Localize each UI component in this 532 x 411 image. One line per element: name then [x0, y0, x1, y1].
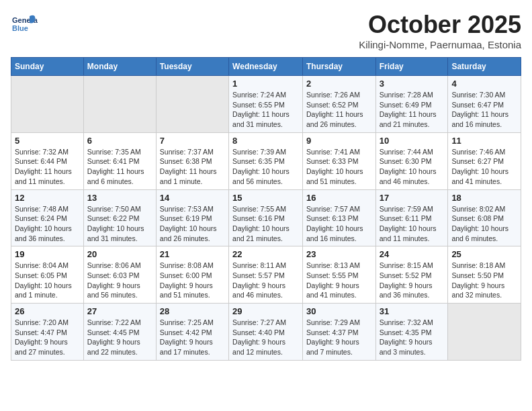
- calendar-cell: 2Sunrise: 7:26 AM Sunset: 6:52 PM Daylig…: [302, 76, 375, 133]
- calendar-cell: 4Sunrise: 7:30 AM Sunset: 6:47 PM Daylig…: [448, 76, 521, 133]
- day-info: Sunrise: 7:22 AM Sunset: 4:45 PM Dayligh…: [87, 318, 152, 357]
- day-number: 28: [160, 306, 225, 316]
- calendar-cell: 12Sunrise: 7:48 AM Sunset: 6:24 PM Dayli…: [11, 189, 84, 246]
- header: General Blue October 2025 Kilingi-Nomme,…: [11, 11, 521, 50]
- day-info: Sunrise: 7:28 AM Sunset: 6:49 PM Dayligh…: [380, 90, 445, 130]
- day-info: Sunrise: 8:06 AM Sunset: 6:03 PM Dayligh…: [87, 261, 152, 300]
- day-info: Sunrise: 7:44 AM Sunset: 6:30 PM Dayligh…: [380, 147, 445, 187]
- day-number: 15: [232, 193, 299, 203]
- logo-icon: General Blue: [11, 11, 38, 38]
- calendar-cell: 9Sunrise: 7:41 AM Sunset: 6:33 PM Daylig…: [302, 132, 375, 189]
- day-number: 24: [380, 249, 445, 259]
- day-info: Sunrise: 7:59 AM Sunset: 6:11 PM Dayligh…: [380, 204, 445, 244]
- day-info: Sunrise: 8:11 AM Sunset: 5:57 PM Dayligh…: [232, 261, 299, 300]
- day-number: 4: [451, 79, 517, 89]
- title-area: October 2025 Kilingi-Nomme, Paernumaa, E…: [359, 11, 521, 50]
- day-info: Sunrise: 7:32 AM Sunset: 6:44 PM Dayligh…: [15, 147, 80, 187]
- calendar-cell: 17Sunrise: 7:59 AM Sunset: 6:11 PM Dayli…: [375, 189, 448, 246]
- day-info: Sunrise: 7:26 AM Sunset: 6:52 PM Dayligh…: [306, 90, 372, 130]
- day-number: 13: [87, 193, 152, 203]
- calendar-cell: 23Sunrise: 8:13 AM Sunset: 5:55 PM Dayli…: [302, 246, 375, 304]
- day-info: Sunrise: 8:08 AM Sunset: 6:00 PM Dayligh…: [160, 261, 225, 300]
- day-info: Sunrise: 8:13 AM Sunset: 5:55 PM Dayligh…: [306, 261, 372, 300]
- day-info: Sunrise: 7:27 AM Sunset: 4:40 PM Dayligh…: [232, 318, 299, 357]
- day-info: Sunrise: 7:46 AM Sunset: 6:27 PM Dayligh…: [451, 147, 517, 187]
- day-info: Sunrise: 7:55 AM Sunset: 6:16 PM Dayligh…: [232, 204, 299, 244]
- day-info: Sunrise: 7:25 AM Sunset: 4:42 PM Dayligh…: [160, 318, 225, 357]
- calendar-cell: 18Sunrise: 8:02 AM Sunset: 6:08 PM Dayli…: [448, 189, 521, 246]
- weekday-header-friday: Friday: [375, 58, 448, 76]
- day-number: 30: [306, 306, 372, 316]
- month-title: October 2025: [359, 11, 521, 39]
- day-number: 27: [87, 306, 152, 316]
- day-number: 22: [232, 249, 299, 259]
- calendar-cell: 8Sunrise: 7:39 AM Sunset: 6:35 PM Daylig…: [229, 132, 303, 189]
- calendar-cell: [11, 76, 84, 133]
- calendar-cell: 26Sunrise: 7:20 AM Sunset: 4:47 PM Dayli…: [11, 304, 84, 361]
- calendar-cell: [448, 304, 521, 361]
- day-number: 25: [451, 249, 517, 259]
- weekday-header-tuesday: Tuesday: [156, 58, 228, 76]
- day-number: 19: [15, 249, 80, 259]
- day-number: 11: [451, 136, 517, 146]
- day-number: 14: [160, 193, 225, 203]
- day-number: 18: [451, 193, 517, 203]
- svg-text:Blue: Blue: [12, 24, 28, 32]
- weekday-header-sunday: Sunday: [11, 58, 84, 76]
- day-number: 17: [380, 193, 445, 203]
- day-number: 7: [160, 136, 225, 146]
- weekday-header-monday: Monday: [83, 58, 156, 76]
- calendar-table: SundayMondayTuesdayWednesdayThursdayFrid…: [11, 57, 521, 361]
- weekday-header-thursday: Thursday: [302, 58, 375, 76]
- calendar-cell: 3Sunrise: 7:28 AM Sunset: 6:49 PM Daylig…: [375, 76, 448, 133]
- calendar-cell: 24Sunrise: 8:15 AM Sunset: 5:52 PM Dayli…: [375, 246, 448, 304]
- day-number: 1: [232, 79, 299, 89]
- weekday-header-wednesday: Wednesday: [229, 58, 303, 76]
- day-info: Sunrise: 8:04 AM Sunset: 6:05 PM Dayligh…: [15, 261, 80, 300]
- calendar-cell: 29Sunrise: 7:27 AM Sunset: 4:40 PM Dayli…: [229, 304, 303, 361]
- calendar-cell: 7Sunrise: 7:37 AM Sunset: 6:38 PM Daylig…: [156, 132, 228, 189]
- day-info: Sunrise: 8:02 AM Sunset: 6:08 PM Dayligh…: [451, 204, 517, 244]
- calendar-cell: 13Sunrise: 7:50 AM Sunset: 6:22 PM Dayli…: [83, 189, 156, 246]
- day-number: 23: [306, 249, 372, 259]
- calendar-cell: 21Sunrise: 8:08 AM Sunset: 6:00 PM Dayli…: [156, 246, 228, 304]
- calendar-cell: 31Sunrise: 7:32 AM Sunset: 4:35 PM Dayli…: [375, 304, 448, 361]
- calendar-cell: 22Sunrise: 8:11 AM Sunset: 5:57 PM Dayli…: [229, 246, 303, 304]
- day-info: Sunrise: 7:57 AM Sunset: 6:13 PM Dayligh…: [306, 204, 372, 244]
- day-info: Sunrise: 7:29 AM Sunset: 4:37 PM Dayligh…: [306, 318, 372, 357]
- calendar-cell: 10Sunrise: 7:44 AM Sunset: 6:30 PM Dayli…: [375, 132, 448, 189]
- day-number: 3: [380, 79, 445, 89]
- calendar-cell: [156, 76, 228, 133]
- day-info: Sunrise: 7:20 AM Sunset: 4:47 PM Dayligh…: [15, 318, 80, 357]
- calendar-cell: [83, 76, 156, 133]
- location-subtitle: Kilingi-Nomme, Paernumaa, Estonia: [359, 39, 521, 50]
- day-number: 16: [306, 193, 372, 203]
- day-info: Sunrise: 7:35 AM Sunset: 6:41 PM Dayligh…: [87, 147, 152, 187]
- logo: General Blue: [11, 11, 40, 38]
- day-number: 29: [232, 306, 299, 316]
- calendar-cell: 28Sunrise: 7:25 AM Sunset: 4:42 PM Dayli…: [156, 304, 228, 361]
- day-info: Sunrise: 8:15 AM Sunset: 5:52 PM Dayligh…: [380, 261, 445, 300]
- day-info: Sunrise: 8:18 AM Sunset: 5:50 PM Dayligh…: [451, 261, 517, 300]
- day-number: 12: [15, 193, 80, 203]
- day-number: 6: [87, 136, 152, 146]
- day-info: Sunrise: 7:32 AM Sunset: 4:35 PM Dayligh…: [380, 318, 445, 357]
- day-info: Sunrise: 7:24 AM Sunset: 6:55 PM Dayligh…: [232, 90, 299, 130]
- day-info: Sunrise: 7:37 AM Sunset: 6:38 PM Dayligh…: [160, 147, 225, 187]
- calendar-cell: 16Sunrise: 7:57 AM Sunset: 6:13 PM Dayli…: [302, 189, 375, 246]
- calendar-cell: 27Sunrise: 7:22 AM Sunset: 4:45 PM Dayli…: [83, 304, 156, 361]
- day-number: 2: [306, 79, 372, 89]
- day-info: Sunrise: 7:48 AM Sunset: 6:24 PM Dayligh…: [15, 204, 80, 244]
- day-info: Sunrise: 7:41 AM Sunset: 6:33 PM Dayligh…: [306, 147, 372, 187]
- day-info: Sunrise: 7:39 AM Sunset: 6:35 PM Dayligh…: [232, 147, 299, 187]
- weekday-header-saturday: Saturday: [448, 58, 521, 76]
- calendar-cell: 5Sunrise: 7:32 AM Sunset: 6:44 PM Daylig…: [11, 132, 84, 189]
- calendar-cell: 15Sunrise: 7:55 AM Sunset: 6:16 PM Dayli…: [229, 189, 303, 246]
- day-number: 8: [232, 136, 299, 146]
- calendar-cell: 6Sunrise: 7:35 AM Sunset: 6:41 PM Daylig…: [83, 132, 156, 189]
- day-number: 21: [160, 249, 225, 259]
- calendar-cell: 30Sunrise: 7:29 AM Sunset: 4:37 PM Dayli…: [302, 304, 375, 361]
- calendar-cell: 14Sunrise: 7:53 AM Sunset: 6:19 PM Dayli…: [156, 189, 228, 246]
- calendar-cell: 20Sunrise: 8:06 AM Sunset: 6:03 PM Dayli…: [83, 246, 156, 304]
- day-number: 5: [15, 136, 80, 146]
